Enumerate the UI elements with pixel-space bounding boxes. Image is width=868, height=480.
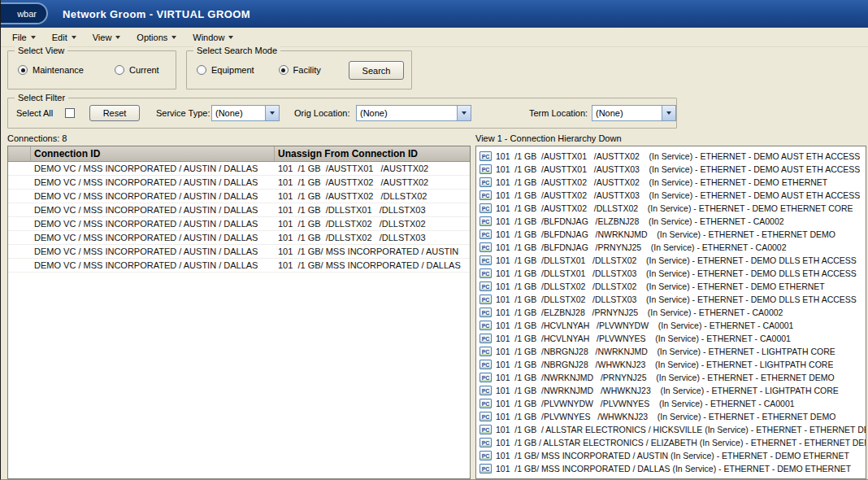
hierarchy-item[interactable]: PC 101 /1 GB /BLFDNJAG /ELZBNJ28 (In Ser… xyxy=(480,215,866,228)
hierarchy-item[interactable]: PC 101 /1 GB /DLLSTX01 /DLLSTX03 (In Ser… xyxy=(480,267,866,280)
radio-current[interactable]: Current xyxy=(115,65,159,75)
hierarchy-item-text: 101 /1 GB /PLVWNYDW /PLVWNYES (In Servic… xyxy=(496,399,795,408)
hierarchy-item[interactable]: PC 101 /1 GB /NBRGNJ28 /WHWKNJ23 (In Ser… xyxy=(480,358,866,371)
hierarchy-item[interactable]: PC 101 /1 GB /DLLSTX02 /DLLSTX03 (In Ser… xyxy=(480,293,866,306)
pc-icon: PC xyxy=(480,216,492,226)
select-all-label: Select All xyxy=(16,108,53,118)
orig-location-label: Orig Location: xyxy=(294,108,349,118)
hierarchy-item[interactable]: PC 101 /1 GB /PLVWNYDW /PLVWNYES (In Ser… xyxy=(480,397,866,410)
pc-icon: PC xyxy=(480,177,492,187)
hierarchy-item-text: 101 /1 GB /ELZBNJ28 /PRNYNJ25 (In Servic… xyxy=(496,308,783,317)
table-row[interactable]: DEMO VC / MSS INCORPORATED / AUSTIN / DA… xyxy=(8,217,470,231)
menu-edit[interactable]: Edit xyxy=(44,28,85,46)
pc-icon: PC xyxy=(480,151,492,161)
hierarchy-item-text: 101 /1 GB /AUSTTX02 /DLLSTX02 (In Servic… xyxy=(496,203,853,213)
app-window: wbar Network Groom - VIRTUAL GROOM File … xyxy=(0,0,868,480)
select-all-checkbox[interactable] xyxy=(65,108,75,118)
menu-options-label: Options xyxy=(137,33,167,42)
menu-window[interactable]: Window xyxy=(184,28,241,46)
chevron-down-icon xyxy=(228,36,233,39)
hierarchy-item[interactable]: PC 101 /1 GB /AUSTTX02 /DLLSTX02 (In Ser… xyxy=(480,202,866,215)
hierarchy-item[interactable]: PC 101 /1 GB / ALLSTAR ELECTRONICS / ELI… xyxy=(480,436,866,449)
radio-equipment-label: Equipment xyxy=(211,65,254,75)
table-row[interactable]: DEMO VC / MSS INCORPORATED / AUSTIN / DA… xyxy=(8,162,470,176)
table-row[interactable]: DEMO VC / MSS INCORPORATED / AUSTIN / DA… xyxy=(8,176,470,190)
hierarchy-item[interactable]: PC 101 /1 GB/ MSS INCORPORATED / DALLAS … xyxy=(480,462,866,475)
table-row[interactable]: DEMO VC / MSS INCORPORATED / AUSTIN / DA… xyxy=(8,231,470,245)
pc-icon: PC xyxy=(480,451,492,460)
header-unassign-from[interactable]: Unassign From Connection ID xyxy=(275,146,470,161)
hierarchy-item-text: 101 /1 GB /DLLSTX01 /DLLSTX02 (In Servic… xyxy=(496,255,857,265)
pc-icon: PC xyxy=(480,308,492,317)
navbar-tab[interactable]: wbar xyxy=(0,2,48,24)
hierarchy-item[interactable]: PC 101 /1 GB /AUSTTX01 /AUSTTX03 (In Ser… xyxy=(480,163,866,176)
hierarchy-item[interactable]: PC 101 /1 GB /NBRGNJ28 /NWRKNJMD (In Ser… xyxy=(480,345,866,358)
dropdown-arrow-icon[interactable] xyxy=(265,106,279,120)
hierarchy-item[interactable]: PC 101 /1 GB/ MSS INCORPORATED / AUSTIN … xyxy=(480,449,866,462)
hierarchy-item[interactable]: PC 101 /1 GB /NWRKNJMD /PRNYNJ25 (In Ser… xyxy=(480,371,866,384)
pc-icon: PC xyxy=(480,190,492,200)
hierarchy-item-text: 101 /1 GB / ALLSTAR ELECTRONICS / ELIZAB… xyxy=(496,438,866,447)
hierarchy-item[interactable]: PC 101 /1 GB /AUSTTX01 /AUSTTX02 (In Ser… xyxy=(480,150,866,163)
hierarchy-item[interactable]: PC 101 /1 GB /DLLSTX01 /DLLSTX02 (In Ser… xyxy=(480,254,866,267)
hierarchy-item[interactable]: PC 101 /1 GB / ALLSTAR ELECTRONICS / HIC… xyxy=(480,423,866,436)
pc-icon: PC xyxy=(480,425,492,434)
title-bar: wbar Network Groom - VIRTUAL GROOM xyxy=(1,0,868,28)
unassign-from-cell: 101 /1 GB /DLLSTX01 /DLLSTX03 xyxy=(275,205,470,215)
hierarchy-item[interactable]: PC 101 /1 GB /ELZBNJ28 /PRNYNJ25 (In Ser… xyxy=(480,306,866,319)
radio-maintenance-label: Maintenance xyxy=(33,65,84,75)
hierarchy-item[interactable]: PC 101 /1 GB /BLFDNJAG /NWRKNJMD (In Ser… xyxy=(480,228,866,241)
connection-id-cell: DEMO VC / MSS INCORPORATED / AUSTIN / DA… xyxy=(31,177,275,187)
menu-file[interactable]: File xyxy=(4,28,44,46)
hierarchy-item-text: 101 /1 GB /DLLSTX02 /DLLSTX02 (In Servic… xyxy=(496,281,825,291)
menu-edit-label: Edit xyxy=(52,33,67,42)
unassign-from-cell: 101 /1 GB /AUSTTX02 /DLLSTX02 xyxy=(275,191,470,201)
menu-view[interactable]: View xyxy=(85,28,129,46)
reset-button[interactable]: Reset xyxy=(89,105,140,121)
table-row[interactable]: DEMO VC / MSS INCORPORATED / AUSTIN / DA… xyxy=(8,245,470,259)
pc-icon: PC xyxy=(480,373,492,382)
hierarchy-item[interactable]: PC 101 /1 GB /PLVWNYES /WHWKNJ23 (In Ser… xyxy=(480,410,866,423)
hierarchy-item-text: 101 /1 GB /NBRGNJ28 /NWRKNJMD (In Servic… xyxy=(496,347,835,356)
orig-location-value: (None) xyxy=(357,108,457,118)
hierarchy-item[interactable]: PC 101 /1 GB /BLFDNJAG /PRNYNJ25 (In Ser… xyxy=(480,241,866,254)
pc-icon: PC xyxy=(480,386,492,395)
hierarchy-item-text: 101 /1 GB /DLLSTX02 /DLLSTX03 (In Servic… xyxy=(496,295,857,304)
hierarchy-item-text: 101 /1 GB /DLLSTX01 /DLLSTX03 (In Servic… xyxy=(496,268,857,278)
pc-icon: PC xyxy=(480,438,492,447)
radio-facility[interactable]: Facility xyxy=(279,65,321,75)
term-location-select[interactable]: (None) xyxy=(592,105,676,121)
connections-count: Connections: 8 xyxy=(7,133,67,143)
pc-icon: PC xyxy=(480,203,492,213)
hierarchy-item-text: 101 /1 GB /BLFDNJAG /PRNYNJ25 (In Servic… xyxy=(496,242,787,252)
select-filter-group: Select Filter Select All Reset Service T… xyxy=(7,98,677,129)
pc-icon: PC xyxy=(480,347,492,356)
table-row[interactable]: DEMO VC / MSS INCORPORATED / AUSTIN / DA… xyxy=(8,203,470,217)
connection-id-cell: DEMO VC / MSS INCORPORATED / AUSTIN / DA… xyxy=(31,191,275,201)
hierarchy-item-text: 101 /1 GB /HCVLNYAH /PLVWNYDW (In Servic… xyxy=(496,321,793,330)
connections-table: Connection ID Unassign From Connection I… xyxy=(7,146,471,479)
radio-maintenance[interactable]: Maintenance xyxy=(18,65,84,75)
connection-id-cell: DEMO VC / MSS INCORPORATED / AUSTIN / DA… xyxy=(31,219,275,229)
hierarchy-item[interactable]: PC 101 /1 GB /AUSTTX02 /AUSTTX02 (In Ser… xyxy=(480,176,866,189)
hierarchy-item-text: 101 /1 GB /PLVWNYES /WHWKNJ23 (In Servic… xyxy=(496,412,835,421)
service-type-value: (None) xyxy=(212,108,265,118)
table-row[interactable]: DEMO VC / MSS INCORPORATED / AUSTIN / DA… xyxy=(8,190,470,203)
dropdown-arrow-icon[interactable] xyxy=(457,106,471,120)
connections-table-body: DEMO VC / MSS INCORPORATED / AUSTIN / DA… xyxy=(8,162,470,273)
service-type-select[interactable]: (None) xyxy=(211,105,280,121)
search-button[interactable]: Search xyxy=(349,61,404,80)
hierarchy-item[interactable]: PC 101 /1 GB /AUSTTX02 /AUSTTX03 (In Ser… xyxy=(480,189,866,202)
header-connection-id[interactable]: Connection ID xyxy=(31,146,275,161)
pc-icon: PC xyxy=(480,321,492,330)
radio-equipment[interactable]: Equipment xyxy=(197,65,254,75)
hierarchy-item[interactable]: PC 101 /1 GB /DLLSTX02 /DLLSTX02 (In Ser… xyxy=(480,280,866,293)
hierarchy-item[interactable]: PC 101 /1 GB /NWRKNJMD /WHWKNJ23 (In Ser… xyxy=(480,384,866,397)
term-location-value: (None) xyxy=(592,108,662,118)
dropdown-arrow-icon[interactable] xyxy=(662,106,675,120)
hierarchy-item[interactable]: PC 101 /1 GB /HCVLNYAH /PLVWNYDW (In Ser… xyxy=(480,319,866,332)
hierarchy-item[interactable]: PC 101 /1 GB /HCVLNYAH /PLVWNYES (In Ser… xyxy=(480,332,866,345)
orig-location-select[interactable]: (None) xyxy=(356,105,471,121)
table-row[interactable]: DEMO VC / MSS INCORPORATED / AUSTIN / DA… xyxy=(8,259,470,273)
menu-options[interactable]: Options xyxy=(128,28,184,46)
